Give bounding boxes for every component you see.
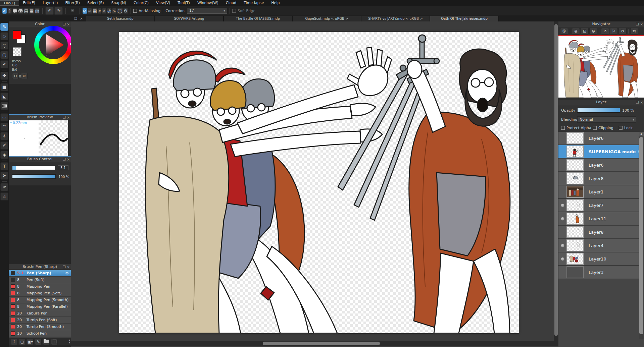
menu-item-help[interactable]: Help [267,0,283,6]
layer-row[interactable]: Layer3 [558,266,644,279]
document-tab-4[interactable]: SHARTY vs JARTY.mdp < uRGB > [361,16,430,21]
menu-item-snap-n-[interactable]: Snap(N) [108,0,130,6]
zoom-100-button[interactable]: ① [560,28,568,35]
brush-row[interactable]: 20Turnip Pen (Smooth) [9,324,71,330]
close-panel-icon[interactable]: × [67,157,70,162]
eyedropper-tool[interactable]: ✑ [0,183,8,191]
zoom-out-button[interactable]: ⊖ [589,28,597,35]
magic-wand-tool[interactable]: ✳ [0,132,8,140]
menu-item-tool-t-[interactable]: Tool(T) [174,0,194,6]
color-wheel[interactable] [34,26,72,64]
select-tool[interactable]: ▭ [0,113,8,121]
protect-alpha-checkbox[interactable]: Protect Alpha [561,126,591,130]
export-button[interactable]: ⇧ [7,8,12,14]
zoom-in-button[interactable]: ⊕ [572,28,580,35]
layer-row[interactable]: Layer7 [558,199,644,212]
layer-row[interactable]: Layer1 [558,185,644,199]
layer-thumbnail[interactable] [566,132,584,144]
menu-item-layer-l-[interactable]: Layer(L) [39,0,61,6]
gradient-tool[interactable] [0,102,8,110]
layer-thumbnail[interactable] [566,172,584,184]
popout-panel-icon[interactable]: ❐ [63,265,66,270]
mode-none-button[interactable]: ⊘ [83,8,87,14]
canvas-horizontal-scrollbar[interactable] [71,341,558,346]
mode-curve-button[interactable]: ∿ [112,8,116,14]
layer-visibility-cell[interactable] [558,244,566,247]
brush-folder-button[interactable] [43,339,50,345]
lasso-tool[interactable]: ◠ [0,123,8,131]
layer-row[interactable]: Layer8 [558,226,644,239]
close-panel-icon[interactable]: × [640,100,643,105]
menu-item-window-w-[interactable]: Window(W) [194,0,222,6]
comment-panel-button[interactable] [18,8,23,14]
layer-row[interactable]: Layer6 [558,159,644,172]
layer-visibility-dot-icon[interactable] [561,204,564,207]
layer-visibility-cell[interactable] [558,217,566,221]
eraser-tool[interactable]: ◇ [0,32,8,40]
layer-thumbnail[interactable] [566,226,584,238]
layer-thumbnail[interactable] [566,213,584,225]
correction-select[interactable]: 17 ▾ [187,8,227,14]
scrollbar-thumb[interactable] [554,24,558,336]
canvas-settings-button[interactable]: ▧ [35,8,39,14]
close-panel-icon[interactable]: × [67,115,70,120]
brush-row[interactable]: 8Mapping Pen (Soft) [9,290,71,297]
brush-tool[interactable]: ✎ [0,23,8,31]
layer-thumbnail[interactable] [566,159,584,171]
brush-size-slider[interactable] [12,166,56,170]
hand-tool[interactable]: ☝ [0,192,8,200]
bucket-tool[interactable]: ◣ [0,93,8,101]
menu-item-select-s-[interactable]: Select(S) [84,0,108,6]
navigator-thumbnail[interactable] [558,36,644,98]
drawing-canvas[interactable] [119,32,519,333]
add-brush-button[interactable]: ▢ [19,339,26,345]
layer-thumbnail[interactable] [566,186,584,198]
text-tool[interactable]: T [0,162,8,170]
brush-row[interactable]: 20Kabura Pen [9,310,71,317]
gear-icon[interactable]: ⚙ [65,271,69,276]
brush-row[interactable]: 8Mapping Pen [9,283,71,290]
curve-pen-tool[interactable]: ✔ [0,60,8,68]
mode-ring-button[interactable]: ◯ [117,8,123,14]
layer-row[interactable]: Layer4 [558,239,644,252]
rotate-left-button[interactable]: ↺ [601,28,609,35]
mode-symmetry-button[interactable]: ✳ [102,8,106,14]
mode-arrow-button[interactable]: « [98,8,101,14]
foreground-color-swatch[interactable] [13,31,21,39]
menu-item-color-c-[interactable]: Color(C) [130,0,152,6]
flip-button[interactable]: ⇆ [630,28,638,35]
popout-panel-icon[interactable]: ❐ [636,100,639,105]
layer-thumbnail[interactable] [566,146,584,158]
brush-row[interactable]: 20Turnip Pen (Soft) [9,317,71,324]
popout-panel-icon[interactable]: ❐ [636,22,639,27]
layer-scrollbar[interactable]: ▲ [639,132,644,339]
popout-panel-icon[interactable]: ❐ [63,157,66,162]
antialiasing-checkbox[interactable] [133,9,137,13]
scroll-up-icon[interactable]: ▲ [639,132,644,136]
layer-thumbnail[interactable] [566,199,584,211]
mode-settings-button[interactable]: ⚙ [123,8,128,14]
soft-eraser-tool[interactable]: ◌ [0,42,8,50]
brush-size-value[interactable]: 5.1 [58,165,68,170]
layer-visibility-cell[interactable] [558,257,566,261]
brush-up-button[interactable]: ↥ [11,339,17,345]
popout-panel-icon[interactable]: ❐ [63,115,66,120]
scrollbar-thumb[interactable] [639,137,643,334]
soft-edge-checkbox[interactable] [232,9,236,13]
menu-item-time-lapse[interactable]: Time-lapse [240,0,267,6]
layer-visibility-dot-icon[interactable] [561,257,564,261]
menu-item-cloud[interactable]: Cloud [222,0,240,6]
popout-tab-icon[interactable]: ❐ [74,17,77,20]
layer-visibility-dot-icon[interactable] [561,217,564,221]
menu-item-file-f-[interactable]: File(F) [0,0,19,6]
brush-folder-menu-button[interactable]: ▣▾ [27,339,34,345]
blending-select[interactable]: Normal ▾ [577,116,636,123]
layer-row[interactable]: Layer8 [558,172,644,185]
undo-button[interactable]: ↶ [45,7,54,15]
layer-row[interactable]: SUPERNIGGA made⚙ [558,145,644,159]
brush-row[interactable]: 5.1Pen (Sharp)⚙ [9,270,71,277]
reset-rotation-button[interactable]: ⚐ [610,28,618,35]
brush-row[interactable]: 10School Pen [9,330,71,337]
brush-row[interactable]: 8Pen (Soft) [9,277,71,283]
transparent-color-swatch[interactable] [13,47,21,56]
